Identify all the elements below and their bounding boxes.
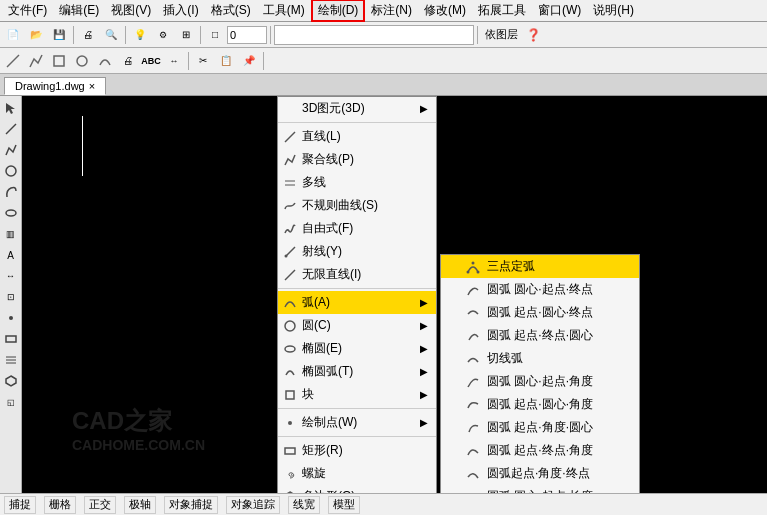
menu-multiline[interactable]: 多线 xyxy=(278,171,436,194)
square-btn[interactable]: □ xyxy=(204,24,226,46)
menu-draw[interactable]: 绘制(D) xyxy=(311,0,366,22)
arc-center-start-end[interactable]: 圆弧 圆心·起点·终点 xyxy=(441,278,639,301)
open-btn[interactable]: 📂 xyxy=(25,24,47,46)
menu-helix[interactable]: 螺旋 xyxy=(278,462,436,485)
tool-cut[interactable]: ✂ xyxy=(192,50,214,72)
menu-format[interactable]: 格式(S) xyxy=(205,0,257,21)
preview-btn[interactable]: 🔍 xyxy=(100,24,122,46)
tool-copy[interactable]: 📋 xyxy=(215,50,237,72)
arc-start-end-center[interactable]: 圆弧 起点·终点·圆心 xyxy=(441,324,639,347)
arc-start-center-end[interactable]: 圆弧 起点·圆心·终点 xyxy=(441,301,639,324)
svg-line-4 xyxy=(6,124,16,134)
status-grid[interactable]: 栅格 xyxy=(44,496,76,514)
menu-block[interactable]: 块 ▶ xyxy=(278,383,436,406)
menu-spline[interactable]: 不规则曲线(S) xyxy=(278,194,436,217)
menu-tools[interactable]: 工具(M) xyxy=(257,0,311,21)
menu-arc[interactable]: 弧(A) ▶ xyxy=(278,291,436,314)
tool-point[interactable] xyxy=(1,308,21,328)
tool-draw2[interactable] xyxy=(25,50,47,72)
sep4 xyxy=(270,26,271,44)
tab-close[interactable]: × xyxy=(89,80,95,92)
tool-line[interactable] xyxy=(1,119,21,139)
svg-point-29 xyxy=(477,270,480,273)
tool-draw1[interactable] xyxy=(2,50,24,72)
menu-ellipsearc-arrow: ▶ xyxy=(420,366,428,377)
menu-file[interactable]: 文件(F) xyxy=(2,0,53,21)
command-input[interactable] xyxy=(274,25,474,45)
snap-btn[interactable]: ⊞ xyxy=(175,24,197,46)
tool-dim[interactable]: ↔ xyxy=(163,50,185,72)
menu-extend[interactable]: 拓展工具 xyxy=(472,0,532,21)
tool-abc[interactable]: ABC xyxy=(140,50,162,72)
arc-tangent[interactable]: 切线弧 xyxy=(441,347,639,370)
arc-csl[interactable]: 圆弧 圆心·起点·长度 xyxy=(441,485,639,493)
tool-lines[interactable] xyxy=(1,350,21,370)
tool-rect[interactable] xyxy=(1,329,21,349)
menu-ray[interactable]: 射线(Y) xyxy=(278,240,436,263)
tool-region[interactable]: ◱ xyxy=(1,392,21,412)
tool-paste[interactable]: 📌 xyxy=(238,50,260,72)
menu-rect[interactable]: 矩形(R) xyxy=(278,439,436,462)
menu-edit[interactable]: 编辑(E) xyxy=(53,0,105,21)
lightbulb-btn[interactable]: 💡 xyxy=(129,24,151,46)
status-ortho[interactable]: 正交 xyxy=(84,496,116,514)
menu-annotate[interactable]: 标注(N) xyxy=(365,0,418,21)
main-area: ▥ A ↔ ⊡ ◱ CAD之家 CADHOME.COM.CN 3D图元 xyxy=(0,96,767,493)
tool-print[interactable]: 🖨 xyxy=(117,50,139,72)
tool-dim2[interactable]: ↔ xyxy=(1,266,21,286)
menu-freehand[interactable]: 自由式(F) xyxy=(278,217,436,240)
tool-draw5[interactable] xyxy=(94,50,116,72)
status-osnap[interactable]: 对象捕捉 xyxy=(164,496,218,514)
tool-block[interactable]: ⊡ xyxy=(1,287,21,307)
menu-circle[interactable]: 圆(C) ▶ xyxy=(278,314,436,337)
status-polar[interactable]: 极轴 xyxy=(124,496,156,514)
menu-window[interactable]: 窗口(W) xyxy=(532,0,587,21)
arc-3point[interactable]: 三点定弧 xyxy=(441,255,639,278)
rect-icon xyxy=(282,443,298,459)
tool-circle[interactable] xyxy=(1,161,21,181)
tool-ellipse[interactable] xyxy=(1,203,21,223)
arc-sac[interactable]: 圆弧 起点·角度·圆心 xyxy=(441,416,639,439)
svg-rect-21 xyxy=(286,391,294,399)
menu-xline[interactable]: 无限直线(I) xyxy=(278,263,436,286)
menu-polygon[interactable]: 多边形(G) xyxy=(278,485,436,493)
arc-csa[interactable]: 圆弧 圆心·起点·角度 xyxy=(441,370,639,393)
multiline-icon xyxy=(282,175,298,191)
svg-line-18 xyxy=(285,270,295,280)
arc-sce-icon xyxy=(465,305,481,321)
toolbar-input-0[interactable] xyxy=(227,26,267,44)
arc-sca[interactable]: 圆弧 起点·圆心·角度 xyxy=(441,393,639,416)
tool-polygon[interactable] xyxy=(1,371,21,391)
menu-insert[interactable]: 插入(I) xyxy=(157,0,204,21)
menu-ellipse[interactable]: 椭圆(E) ▶ xyxy=(278,337,436,360)
save-btn[interactable]: 💾 xyxy=(48,24,70,46)
menu-ellipsearc[interactable]: 椭圆弧(T) ▶ xyxy=(278,360,436,383)
tool-hatch[interactable]: ▥ xyxy=(1,224,21,244)
status-otrack[interactable]: 对象追踪 xyxy=(226,496,280,514)
menu-point[interactable]: 绘制点(W) ▶ xyxy=(278,411,436,434)
arc-sea[interactable]: 圆弧 起点·终点·角度 xyxy=(441,439,639,462)
menu-3d[interactable]: 3D图元(3D) ▶ xyxy=(278,97,436,120)
arc-sae[interactable]: 圆弧起点·角度·终点 xyxy=(441,462,639,485)
menu-line[interactable]: 直线(L) xyxy=(278,125,436,148)
menu-modify[interactable]: 修改(M) xyxy=(418,0,472,21)
tab-drawing1[interactable]: Drawing1.dwg × xyxy=(4,77,106,95)
menu-polyline[interactable]: 聚合线(P) xyxy=(278,148,436,171)
tool-text[interactable]: A xyxy=(1,245,21,265)
status-model[interactable]: 模型 xyxy=(328,496,360,514)
menu-help[interactable]: 说明(H) xyxy=(587,0,640,21)
tool-cursor[interactable] xyxy=(1,98,21,118)
tool-draw3[interactable] xyxy=(48,50,70,72)
tool1-btn[interactable]: ⚙ xyxy=(152,24,174,46)
tool-draw4[interactable] xyxy=(71,50,93,72)
help-icon[interactable]: ❓ xyxy=(523,25,543,45)
menu-view[interactable]: 视图(V) xyxy=(105,0,157,21)
tool-arc-left[interactable] xyxy=(1,182,21,202)
status-snap[interactable]: 捕捉 xyxy=(4,496,36,514)
canvas-area[interactable]: CAD之家 CADHOME.COM.CN 3D图元(3D) ▶ 直线(L) xyxy=(22,96,767,493)
new-btn[interactable]: 📄 xyxy=(2,24,24,46)
tool-polyline[interactable] xyxy=(1,140,21,160)
menu-ray-label: 射线(Y) xyxy=(302,243,342,260)
status-lweight[interactable]: 线宽 xyxy=(288,496,320,514)
print-btn[interactable]: 🖨 xyxy=(77,24,99,46)
